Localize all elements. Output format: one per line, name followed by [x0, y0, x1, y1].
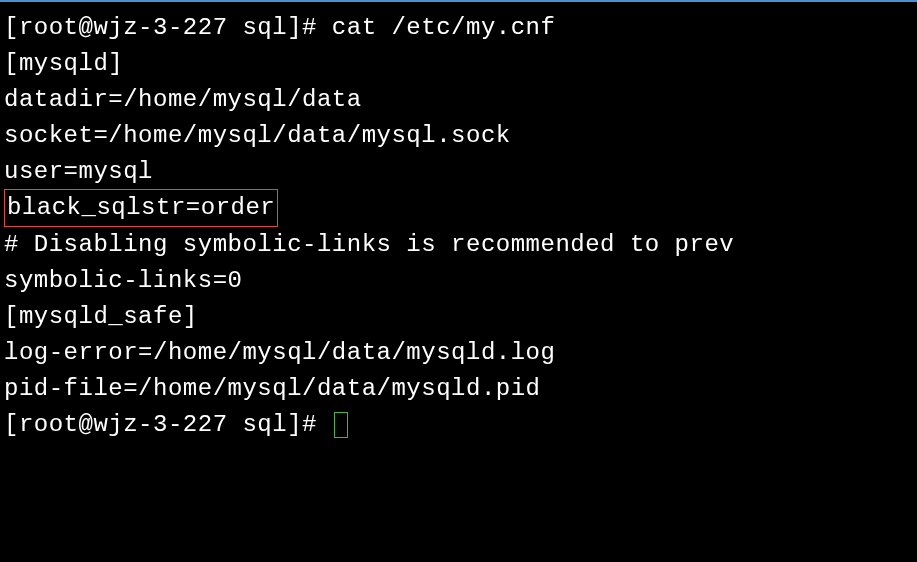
output-pid-file: pid-file=/home/mysql/data/mysqld.pid	[4, 371, 913, 407]
output-symbolic-links: symbolic-links=0	[4, 263, 913, 299]
output-section-header-safe: [mysqld_safe]	[4, 299, 913, 335]
shell-prompt: [root@wjz-3-227 sql]#	[4, 411, 332, 438]
output-socket: socket=/home/mysql/data/mysql.sock	[4, 118, 913, 154]
output-log-error: log-error=/home/mysql/data/mysqld.log	[4, 335, 913, 371]
shell-prompt: [root@wjz-3-227 sql]#	[4, 14, 332, 41]
terminal-line-command: [root@wjz-3-227 sql]# cat /etc/my.cnf	[4, 10, 913, 46]
output-user: user=mysql	[4, 154, 913, 190]
terminal-line-prompt[interactable]: [root@wjz-3-227 sql]#	[4, 407, 913, 443]
output-highlighted-line: black_sqlstr=order	[4, 190, 913, 227]
output-comment: # Disabling symbolic-links is recommende…	[4, 227, 913, 263]
output-datadir: datadir=/home/mysql/data	[4, 82, 913, 118]
highlight-annotation: black_sqlstr=order	[4, 189, 278, 227]
output-section-header: [mysqld]	[4, 46, 913, 82]
cursor-icon	[334, 412, 348, 438]
command-text: cat /etc/my.cnf	[332, 14, 556, 41]
